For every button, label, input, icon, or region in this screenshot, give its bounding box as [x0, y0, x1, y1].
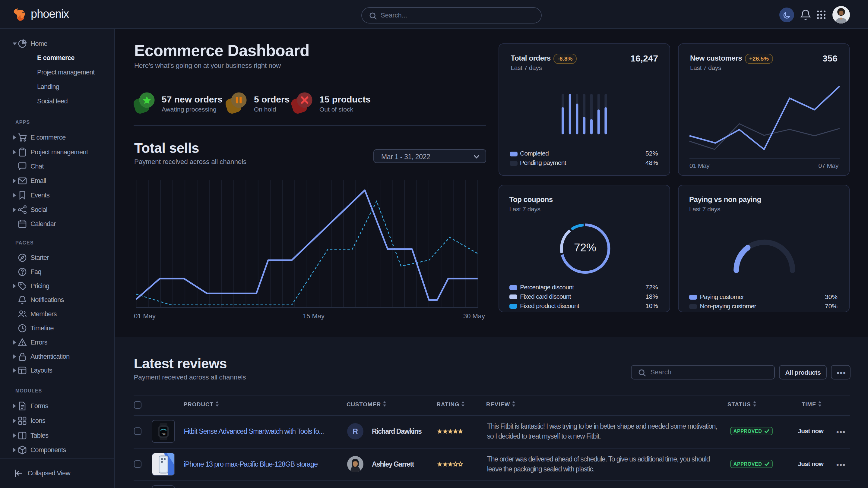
svg-text:718: 718 [161, 432, 165, 435]
